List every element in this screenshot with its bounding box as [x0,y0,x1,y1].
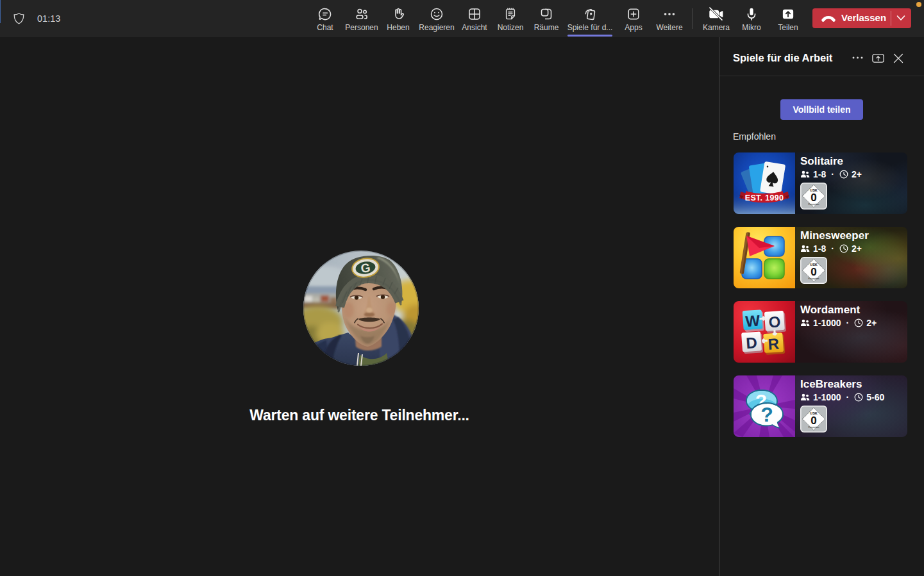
svg-text:D: D [746,334,758,352]
svg-text:Freigegeben: Freigegeben [809,277,819,280]
svg-text:0: 0 [811,192,816,204]
svg-text:W: W [745,311,761,330]
svg-text:Freigegeben: Freigegeben [809,426,819,429]
svg-text:R: R [768,334,780,352]
svg-text:0: 0 [811,415,816,427]
svg-text:O: O [768,313,782,331]
svg-text:0: 0 [811,266,816,278]
svg-text:Freigegeben: Freigegeben [809,203,819,206]
svg-text:EST. 1990: EST. 1990 [745,193,784,202]
svg-text:?: ? [760,403,773,426]
